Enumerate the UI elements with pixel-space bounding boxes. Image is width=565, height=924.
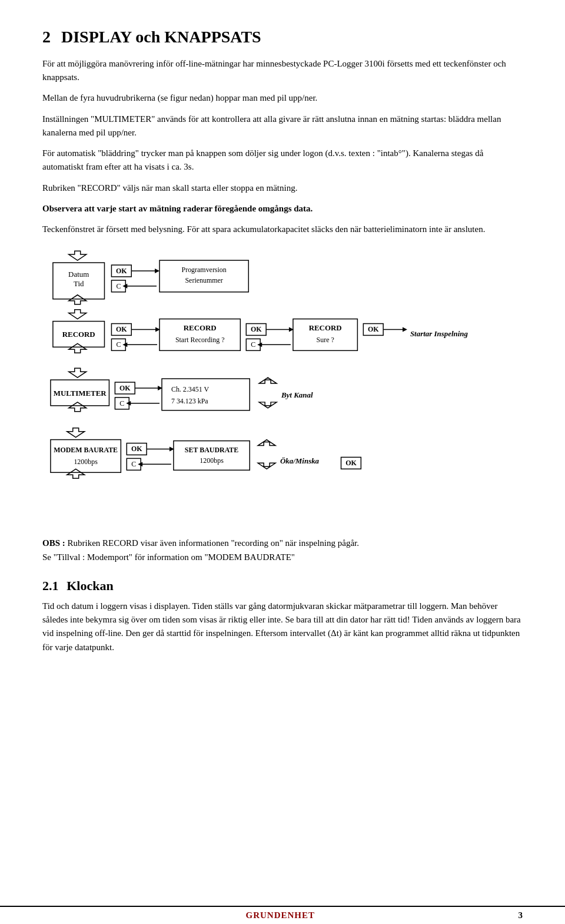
chapter-number: 2 (42, 28, 51, 47)
svg-text:Start Recording ?: Start Recording ? (175, 336, 225, 345)
svg-text:Öka/Minska: Öka/Minska (280, 457, 320, 466)
svg-marker-58 (126, 401, 131, 406)
svg-marker-63 (259, 402, 277, 408)
svg-text:Sure ?: Sure ? (317, 336, 334, 345)
svg-text:1200bps: 1200bps (200, 457, 224, 465)
page-footer: GRUNDENHET 3 (0, 906, 565, 924)
svg-rect-66 (51, 440, 121, 473)
svg-marker-69 (67, 469, 85, 479)
obs-line-2: Se "Tillval : Modemport" för information… (42, 551, 523, 564)
section-2-1: 2.1 Klockan Tid och datum i loggern visa… (42, 578, 523, 654)
diagram-area: Datum Tid OK C Programversion Serienumme… (42, 249, 523, 526)
svg-marker-82 (258, 463, 275, 469)
svg-text:C: C (251, 341, 255, 349)
svg-marker-0 (69, 251, 87, 260)
chapter-header: 2 DISPLAY och KNAPPSATS (42, 28, 523, 47)
svg-marker-77 (138, 462, 142, 467)
svg-marker-47 (69, 368, 87, 377)
chapter-title: DISPLAY och KNAPPSATS (61, 28, 261, 47)
svg-text:1200bps: 1200bps (74, 458, 98, 466)
section-number: 2.1 (42, 578, 59, 593)
paragraph-5: Rubriken "RECORD" väljs när man skall st… (42, 181, 523, 195)
svg-text:OK: OK (345, 459, 357, 468)
paragraph-6: Observera att varje start av mätning rad… (42, 202, 523, 216)
svg-text:SET BAUDRATE: SET BAUDRATE (185, 446, 238, 455)
svg-marker-12 (122, 284, 127, 289)
svg-rect-59 (162, 379, 250, 410)
svg-marker-16 (69, 310, 87, 319)
svg-marker-38 (257, 343, 262, 347)
svg-text:OK: OK (251, 326, 262, 334)
svg-marker-45 (403, 327, 407, 332)
svg-rect-78 (174, 441, 250, 471)
svg-text:MODEM BAURATE: MODEM BAURATE (54, 446, 118, 455)
svg-text:Tid: Tid (74, 279, 84, 288)
svg-marker-65 (67, 428, 85, 438)
svg-text:7    34.123 kPa: 7 34.123 kPa (171, 397, 208, 405)
svg-text:C: C (119, 399, 124, 408)
section-title: Klockan (67, 578, 113, 593)
footer-center: GRUNDENHET (245, 910, 315, 920)
svg-marker-27 (122, 343, 127, 347)
svg-marker-81 (258, 440, 275, 446)
svg-marker-8 (155, 269, 159, 273)
svg-text:C: C (116, 282, 121, 290)
footer-right: 3 (518, 910, 523, 920)
svg-marker-50 (69, 402, 87, 412)
page-content: 2 DISPLAY och KNAPPSATS För att möjliggö… (0, 0, 565, 690)
obs-line-1: OBS : Rubriken RECORD visar även informa… (42, 536, 523, 550)
svg-text:Datum: Datum (68, 270, 89, 279)
svg-text:Byt Kanal: Byt Kanal (281, 390, 313, 399)
svg-text:OK: OK (131, 445, 142, 453)
svg-text:Ch.  2.3451 V: Ch. 2.3451 V (171, 385, 209, 393)
svg-text:MULTIMETER: MULTIMETER (54, 389, 107, 398)
svg-text:OK: OK (116, 326, 127, 334)
svg-text:OK: OK (119, 384, 131, 392)
obs-section: OBS : Rubriken RECORD visar även informa… (42, 536, 523, 564)
svg-text:RECORD: RECORD (309, 324, 342, 333)
svg-marker-19 (69, 344, 87, 353)
svg-text:Startar Inspelning: Startar Inspelning (410, 330, 468, 339)
svg-text:Serienummer: Serienummer (185, 276, 222, 284)
svg-marker-62 (259, 377, 277, 383)
svg-text:RECORD: RECORD (62, 330, 95, 339)
section-body: Tid och datum i loggern visas i displaye… (42, 600, 523, 654)
paragraph-3: Inställningen "MULTIMETER" används för a… (42, 112, 523, 140)
diagram-svg: Datum Tid OK C Programversion Serienumme… (42, 249, 523, 526)
svg-text:OK: OK (368, 326, 379, 334)
paragraph-1: För att möjliggöra manövrering inför off… (42, 57, 523, 85)
svg-text:Programversion: Programversion (182, 266, 227, 274)
svg-text:C: C (131, 461, 136, 469)
paragraph-4: För automatisk "bläddring" trycker man p… (42, 147, 523, 174)
paragraph-7: Teckenfönstret är försett med belysning.… (42, 223, 523, 236)
paragraph-2: Mellan de fyra huvudrubrikerna (se figur… (42, 91, 523, 105)
svg-text:C: C (116, 341, 121, 349)
svg-text:OK: OK (116, 267, 127, 275)
svg-marker-4 (69, 295, 87, 304)
svg-text:RECORD: RECORD (184, 324, 217, 333)
